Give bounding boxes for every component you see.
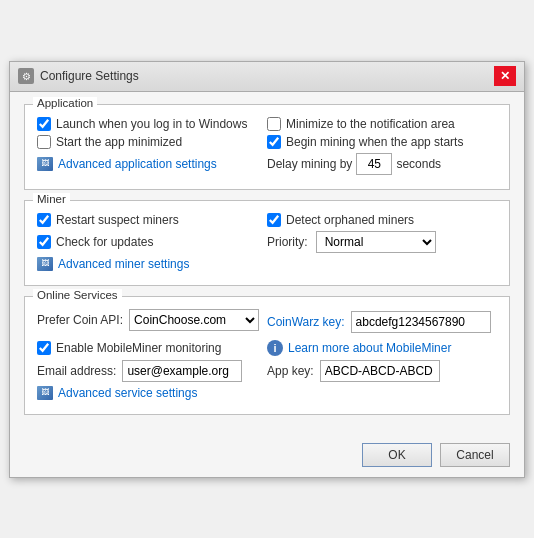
launch-checkbox[interactable] [37,117,51,131]
application-section-content: Launch when you log in to Windows Minimi… [37,117,497,175]
enable-mobile-checkbox[interactable] [37,341,51,355]
online-section: Online Services Prefer Coin API: CoinCho… [24,296,510,415]
title-bar: ⚙ Configure Settings ✕ [10,62,524,92]
app-row1: Launch when you log in to Windows Minimi… [37,117,497,131]
api-label: Prefer Coin API: [37,313,123,327]
app-row2-right: Begin mining when the app starts [267,135,497,149]
launch-label-text: Launch when you log in to Windows [56,117,247,131]
footer: OK Cancel [10,435,524,477]
coinwarz-input[interactable] [351,311,491,333]
miner-row2-left: Check for updates [37,235,267,249]
app-row2: Start the app minimized Begin mining whe… [37,135,497,149]
miner-section: Miner Restart suspect miners Detect orph… [24,200,510,286]
start-minimized-checkbox[interactable] [37,135,51,149]
app-row1-left: Launch when you log in to Windows [37,117,267,131]
begin-mining-label[interactable]: Begin mining when the app starts [267,135,463,149]
miner-row1-left: Restart suspect miners [37,213,267,227]
miner-row1-right: Detect orphaned miners [267,213,497,227]
online-row1-left: Prefer Coin API: CoinChoose.com CoinWarz… [37,309,267,336]
app-row3: 🖼 Advanced application settings Delay mi… [37,153,497,175]
miner-row3-left: 🖼 Advanced miner settings [37,257,267,271]
advanced-service-icon: 🖼 [37,386,53,400]
priority-row: Priority: Lowest Below Normal Normal Abo… [267,231,436,253]
delay-row: Delay mining by seconds [267,153,441,175]
start-minimized-text: Start the app minimized [56,135,182,149]
coinwarz-key-link[interactable]: CoinWarz key: [267,315,345,329]
begin-mining-checkbox[interactable] [267,135,281,149]
app-row1-right: Minimize to the notification area [267,117,497,131]
delay-input[interactable] [356,153,392,175]
appkey-input[interactable] [320,360,440,382]
online-section-content: Prefer Coin API: CoinChoose.com CoinWarz… [37,309,497,400]
begin-mining-text: Begin mining when the app starts [286,135,463,149]
email-label: Email address: [37,364,116,378]
api-select[interactable]: CoinChoose.com CoinWarz CryptoCompare [129,309,259,331]
online-row3: Email address: App key: [37,360,497,382]
window-title: Configure Settings [40,69,139,83]
application-section: Application Launch when you log in to Wi… [24,104,510,190]
detect-orphaned-label[interactable]: Detect orphaned miners [267,213,414,227]
priority-select[interactable]: Lowest Below Normal Normal Above Normal … [316,231,436,253]
launch-checkbox-label[interactable]: Launch when you log in to Windows [37,117,247,131]
advanced-miner-link[interactable]: 🖼 Advanced miner settings [37,257,189,271]
miner-section-title: Miner [33,193,70,205]
check-updates-text: Check for updates [56,235,153,249]
advanced-service-link-text: Advanced service settings [58,386,197,400]
online-row1: Prefer Coin API: CoinChoose.com CoinWarz… [37,309,497,336]
miner-row3: 🖼 Advanced miner settings [37,257,497,271]
enable-mobile-text: Enable MobileMiner monitoring [56,341,221,355]
priority-label: Priority: [267,235,308,249]
app-row3-left: 🖼 Advanced application settings [37,157,267,171]
delay-unit: seconds [396,157,441,171]
application-section-title: Application [33,97,97,109]
online-row4-left: 🖼 Advanced service settings [37,386,267,400]
advanced-app-icon: 🖼 [37,157,53,171]
advanced-app-link[interactable]: 🖼 Advanced application settings [37,157,217,171]
detect-orphaned-text: Detect orphaned miners [286,213,414,227]
online-row2-right: i Learn more about MobileMiner [267,340,497,356]
online-row2-left: Enable MobileMiner monitoring [37,341,267,355]
miner-row1: Restart suspect miners Detect orphaned m… [37,213,497,227]
restart-miners-label[interactable]: Restart suspect miners [37,213,179,227]
miner-row2: Check for updates Priority: Lowest Below… [37,231,497,253]
advanced-miner-link-text: Advanced miner settings [58,257,189,271]
learn-more-link[interactable]: Learn more about MobileMiner [288,341,451,355]
email-input[interactable] [122,360,242,382]
configure-settings-window: ⚙ Configure Settings ✕ Application Launc… [9,61,525,478]
online-row1-right: CoinWarz key: [267,311,497,333]
online-section-title: Online Services [33,289,122,301]
detect-orphaned-checkbox[interactable] [267,213,281,227]
enable-mobile-label[interactable]: Enable MobileMiner monitoring [37,341,221,355]
appkey-label: App key: [267,364,314,378]
close-button[interactable]: ✕ [494,66,516,86]
minimize-notification-checkbox[interactable] [267,117,281,131]
title-bar-left: ⚙ Configure Settings [18,68,139,84]
miner-row2-right: Priority: Lowest Below Normal Normal Abo… [267,231,497,253]
delay-label: Delay mining by [267,157,352,171]
info-icon[interactable]: i [267,340,283,356]
online-row2: Enable MobileMiner monitoring i Learn mo… [37,340,497,356]
advanced-miner-icon: 🖼 [37,257,53,271]
start-minimized-label[interactable]: Start the app minimized [37,135,182,149]
app-row2-left: Start the app minimized [37,135,267,149]
online-row4: 🖼 Advanced service settings [37,386,497,400]
minimize-notification-text: Minimize to the notification area [286,117,455,131]
api-row: Prefer Coin API: CoinChoose.com CoinWarz… [37,309,259,331]
settings-content: Application Launch when you log in to Wi… [10,92,524,435]
restart-miners-checkbox[interactable] [37,213,51,227]
check-updates-checkbox[interactable] [37,235,51,249]
ok-button[interactable]: OK [362,443,432,467]
miner-section-content: Restart suspect miners Detect orphaned m… [37,213,497,271]
app-row3-right: Delay mining by seconds [267,153,497,175]
window-icon: ⚙ [18,68,34,84]
advanced-app-link-text: Advanced application settings [58,157,217,171]
online-row3-left: Email address: [37,360,267,382]
cancel-button[interactable]: Cancel [440,443,510,467]
restart-miners-text: Restart suspect miners [56,213,179,227]
check-updates-label[interactable]: Check for updates [37,235,153,249]
advanced-service-link[interactable]: 🖼 Advanced service settings [37,386,197,400]
online-row3-right: App key: [267,360,497,382]
minimize-notification-label[interactable]: Minimize to the notification area [267,117,455,131]
